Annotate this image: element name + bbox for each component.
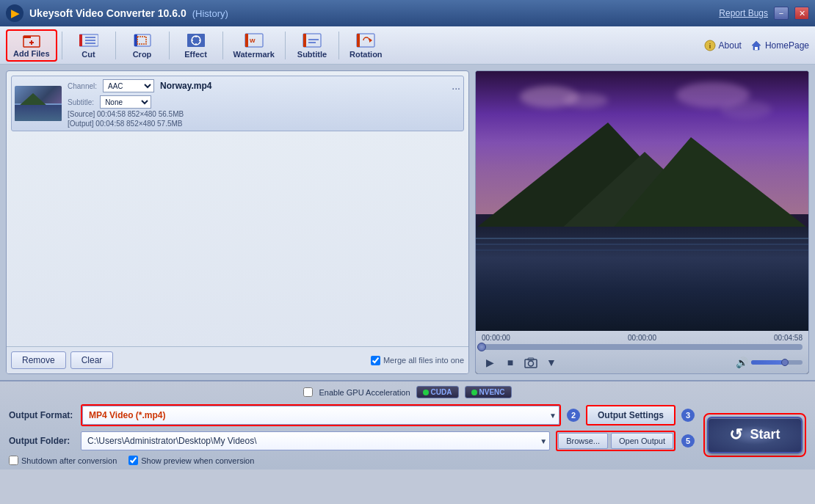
- cuda-dot: [423, 390, 429, 395]
- channel-select[interactable]: AAC: [103, 79, 154, 92]
- watermark-label: Watermark: [233, 50, 275, 59]
- volume-icon: 🔊: [736, 357, 748, 368]
- preview-video: [476, 71, 808, 331]
- volume-bar[interactable]: [751, 360, 803, 365]
- folder-select[interactable]: C:\Users\Administrator\Desktop\My Videos…: [81, 431, 550, 450]
- preview-mountains: [476, 110, 808, 240]
- rotation-button[interactable]: Rotation: [344, 29, 388, 62]
- app-title: Ukeysoft Video Converter 10.6.0: [29, 7, 186, 19]
- browse-button[interactable]: Browse...: [558, 433, 608, 449]
- minimize-button[interactable]: −: [774, 7, 789, 20]
- rotation-label: Rotation: [349, 50, 383, 59]
- title-bar-right: Report Bugs − ✕: [719, 7, 809, 20]
- preview-background: [476, 71, 808, 331]
- bottom-inner: Output Format: MP4 Video (*.mp4) ▼ 2 Out…: [9, 404, 806, 465]
- homepage-label: HomePage: [765, 40, 809, 51]
- subtitle-button[interactable]: Subtitle: [290, 29, 334, 62]
- format-badge: 2: [567, 409, 580, 422]
- thumb-water: [15, 105, 62, 121]
- start-icon: ↺: [729, 426, 742, 445]
- title-bar: ▶ Ukeysoft Video Converter 10.6.0 (Histo…: [0, 0, 815, 26]
- toolbar-divider-5: [285, 32, 286, 59]
- svg-rect-30: [755, 47, 758, 50]
- remove-button[interactable]: Remove: [11, 351, 66, 369]
- progress-bar[interactable]: [482, 344, 803, 350]
- start-button[interactable]: ↺ Start: [707, 417, 803, 453]
- source-info: [Source] 00:04:58 852×480 56.5MB: [68, 110, 460, 118]
- cut-button[interactable]: Cut: [67, 29, 111, 62]
- gpu-row: Enable GPU Acceleration CUDA NVENC: [9, 386, 806, 398]
- cut-label: Cut: [82, 50, 95, 59]
- cuda-label: CUDA: [431, 388, 452, 396]
- subtitle-select[interactable]: None: [100, 95, 151, 109]
- preview-checkbox[interactable]: [128, 456, 138, 465]
- open-output-button[interactable]: Open Output: [611, 433, 673, 449]
- shutdown-checkbox[interactable]: [9, 456, 18, 465]
- progress-handle[interactable]: [477, 343, 486, 351]
- report-bugs-link[interactable]: Report Bugs: [719, 8, 768, 18]
- subtitle-icon: [303, 32, 322, 48]
- time-total: 00:04:58: [774, 334, 803, 342]
- crop-icon: [133, 32, 152, 48]
- file-name: Norway.mp4: [160, 81, 211, 91]
- svg-point-32: [529, 361, 534, 366]
- homepage-link[interactable]: HomePage: [750, 40, 809, 51]
- volume-fill: [751, 360, 785, 365]
- close-button[interactable]: ✕: [794, 7, 809, 20]
- snapshot-arrow[interactable]: ▼: [543, 354, 559, 370]
- toolbar-right: i About HomePage: [704, 40, 809, 51]
- subtitle-label-field: Subtitle:: [68, 98, 94, 106]
- snapshot-button[interactable]: [523, 354, 539, 370]
- start-button-container: ↺ Start: [703, 413, 806, 457]
- watermark-button[interactable]: W Watermark: [228, 29, 280, 62]
- app-icon: ▶: [6, 4, 23, 22]
- file-item: Channel: AAC Norway.mp4 ... Subtitle: No…: [11, 76, 464, 131]
- history-text: (History): [192, 8, 228, 19]
- svg-marker-27: [369, 38, 372, 43]
- folder-buttons: Browse... Open Output: [556, 431, 675, 451]
- volume-area: 🔊: [736, 357, 803, 368]
- svg-text:W: W: [250, 37, 256, 44]
- gpu-checkbox[interactable]: [303, 387, 313, 397]
- merge-checkbox-input[interactable]: [371, 356, 380, 365]
- merge-checkbox-label[interactable]: Merge all files into one: [371, 356, 464, 365]
- svg-rect-11: [137, 37, 146, 44]
- crop-button[interactable]: Crop: [120, 29, 164, 62]
- file-list-area: Channel: AAC Norway.mp4 ... Subtitle: No…: [7, 71, 468, 346]
- toolbar-divider-3: [169, 32, 170, 59]
- checkbox-row: Shutdown after conversion Show preview w…: [9, 456, 695, 465]
- format-select[interactable]: MP4 Video (*.mp4): [82, 406, 559, 425]
- add-files-button[interactable]: Add Files: [6, 29, 57, 62]
- toolbar-divider-1: [62, 32, 62, 59]
- preview-panel: 00:00:00 00:00:00 00:04:58 ▶ ■ ▼: [475, 70, 809, 374]
- stop-button[interactable]: ■: [502, 354, 518, 370]
- controls-row: ▶ ■ ▼ 🔊: [482, 354, 803, 370]
- folder-badge: 5: [681, 434, 695, 448]
- toolbar: Add Files Cut Crop: [0, 26, 815, 65]
- volume-handle[interactable]: [781, 359, 789, 366]
- time-current: 00:00:00: [482, 334, 510, 342]
- nvenc-dot: [471, 390, 477, 395]
- playback-controls: 00:00:00 00:00:00 00:04:58 ▶ ■ ▼: [476, 331, 808, 373]
- about-link[interactable]: i About: [704, 40, 742, 51]
- file-info: Channel: AAC Norway.mp4 ... Subtitle: No…: [68, 79, 460, 128]
- file-panel: Channel: AAC Norway.mp4 ... Subtitle: No…: [6, 70, 469, 374]
- toolbar-divider-6: [338, 32, 339, 59]
- output-settings-button[interactable]: Output Settings: [586, 405, 675, 426]
- cut-icon: [79, 32, 98, 48]
- shutdown-label: Shutdown after conversion: [21, 456, 117, 465]
- preview-water: [476, 227, 808, 331]
- clear-button[interactable]: Clear: [70, 351, 114, 369]
- main-content: Channel: AAC Norway.mp4 ... Subtitle: No…: [0, 65, 815, 380]
- preview-checkbox-label[interactable]: Show preview when conversion: [128, 456, 254, 465]
- shutdown-checkbox-label[interactable]: Shutdown after conversion: [9, 456, 117, 465]
- cuda-badge: CUDA: [416, 386, 459, 398]
- folder-input-container: C:\Users\Administrator\Desktop\My Videos…: [81, 431, 550, 450]
- file-thumbnail: [15, 86, 62, 121]
- format-label: Output Format:: [9, 410, 75, 420]
- effect-button[interactable]: Effect: [174, 29, 218, 62]
- play-button[interactable]: ▶: [482, 354, 498, 370]
- settings-badge: 3: [681, 409, 695, 422]
- file-menu-dots[interactable]: ...: [452, 80, 460, 92]
- nvenc-label: NVENC: [479, 388, 505, 396]
